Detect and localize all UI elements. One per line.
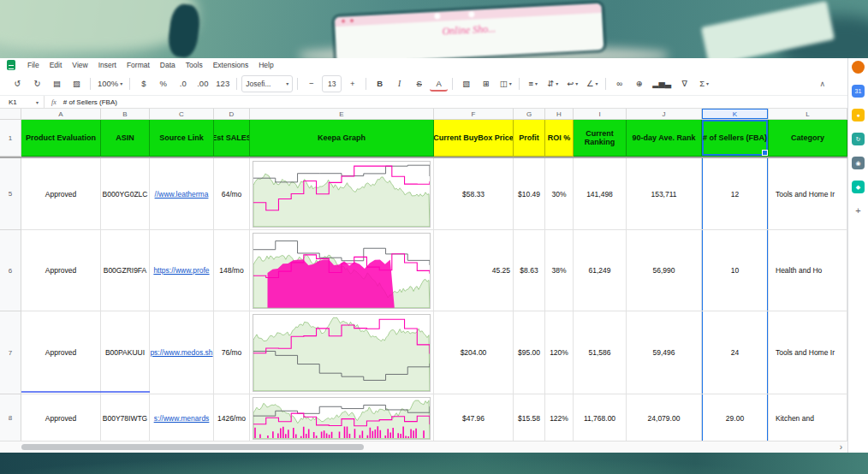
sheets-logo-icon[interactable] xyxy=(7,60,15,70)
decrease-decimal-places-button[interactable]: .0 xyxy=(174,76,192,92)
horizontal-scrollbar[interactable]: › xyxy=(0,441,847,453)
cell-profit[interactable]: $10.49 xyxy=(514,158,545,230)
format-as-currency-button[interactable]: $ xyxy=(134,76,152,92)
cell-est_sales[interactable]: 148/mo xyxy=(214,230,250,311)
column-header-D[interactable]: D xyxy=(214,109,250,120)
collapse-toolbar-button[interactable]: ∧ xyxy=(819,80,825,88)
cell-est_sales[interactable]: 76/mo xyxy=(214,311,250,394)
cell-sellers[interactable]: 12 xyxy=(702,158,769,230)
cell-category[interactable]: Tools and Home Ir xyxy=(769,311,847,394)
cell-source_link[interactable]: https://www.profe xyxy=(150,230,214,311)
contacts-icon[interactable]: ◉ xyxy=(852,157,865,169)
row-header-1[interactable]: 1 xyxy=(0,120,21,157)
cell-current_ranking[interactable]: 61,249 xyxy=(574,230,627,311)
row-header-7[interactable]: 7 xyxy=(0,311,21,394)
column-header-K[interactable]: K xyxy=(702,109,769,120)
column-header-I[interactable]: I xyxy=(574,109,627,120)
keepa-graph-cell[interactable] xyxy=(250,311,434,394)
header-cell-6[interactable]: Profit xyxy=(514,120,545,157)
cell-asin[interactable]: B00GZRI9FA xyxy=(101,230,150,311)
keepa-graph-cell[interactable] xyxy=(250,230,434,311)
cell-current_ranking[interactable]: 11,768.00 xyxy=(574,394,627,441)
create-filter-button[interactable]: ∇ xyxy=(675,76,693,92)
cell-roi[interactable]: 120% xyxy=(545,311,574,394)
header-cell-8[interactable]: Current Ranking xyxy=(574,120,627,157)
keep-icon[interactable]: ● xyxy=(852,109,865,121)
vertical-align-button[interactable]: ⇵▾ xyxy=(544,76,562,92)
cell-est_sales[interactable]: 1426/mo xyxy=(214,394,250,441)
undo-button[interactable]: ↺ xyxy=(9,76,27,92)
text-rotation-button[interactable]: ∠▾ xyxy=(583,76,601,92)
cell-source_link[interactable]: //www.leatherma xyxy=(150,158,214,230)
header-cell-1[interactable]: ASIN xyxy=(101,120,150,157)
cell-asin[interactable]: B000YG0ZLC xyxy=(101,158,150,230)
menu-data[interactable]: Data xyxy=(160,61,175,69)
cell-category[interactable]: Health and Ho xyxy=(769,230,847,311)
cell-avg_rank[interactable]: 153,711 xyxy=(627,158,702,230)
corner-cell[interactable] xyxy=(0,109,21,120)
cell-asin[interactable]: B00Y78IWTG xyxy=(101,394,150,441)
font-select-button[interactable]: Josefi...▾ xyxy=(241,75,293,92)
cell-profit[interactable]: $15.58 xyxy=(514,394,545,441)
header-cell-10[interactable]: # of Sellers (FBA) xyxy=(702,120,769,157)
scroll-right-icon[interactable]: › xyxy=(840,441,842,453)
cell-est_sales[interactable]: 64/mo xyxy=(214,158,250,230)
menu-insert[interactable]: Insert xyxy=(98,61,116,69)
insert-comment-button[interactable]: ⊕ xyxy=(630,76,648,92)
menu-file[interactable]: File xyxy=(27,61,39,69)
text-color-button[interactable]: A xyxy=(430,78,448,92)
avatar[interactable] xyxy=(852,61,865,74)
cell-category[interactable]: Tools and Home Ir xyxy=(769,158,847,230)
header-cell-2[interactable]: Source Link xyxy=(150,120,214,157)
header-cell-4[interactable]: Keepa Graph xyxy=(250,120,434,157)
redo-button[interactable]: ↻ xyxy=(28,76,46,92)
cell-evaluation[interactable]: Approved xyxy=(21,311,101,394)
cell-buybox_price[interactable]: $47.96 xyxy=(434,394,514,441)
increase-font-size-button[interactable]: + xyxy=(343,76,361,92)
header-cell-3[interactable]: Est SALES xyxy=(214,120,250,157)
insert-chart-button[interactable]: ▂▅▃ xyxy=(650,76,674,92)
keepa-graph-cell[interactable] xyxy=(250,158,434,230)
column-header-A[interactable]: A xyxy=(21,109,101,120)
calendar-icon[interactable]: 31 xyxy=(852,85,865,98)
column-header-J[interactable]: J xyxy=(627,109,702,120)
column-header-B[interactable]: B xyxy=(101,109,150,120)
bold-button[interactable]: B xyxy=(371,76,389,92)
add-addon[interactable]: + xyxy=(852,204,865,217)
header-cell-11[interactable]: Category xyxy=(769,120,847,157)
borders-button[interactable]: ⊞ xyxy=(477,76,495,92)
insert-link-button[interactable]: ∞ xyxy=(610,76,628,92)
cell-evaluation[interactable]: Approved xyxy=(21,394,101,441)
column-header-E[interactable]: E xyxy=(250,109,434,120)
column-header-G[interactable]: G xyxy=(514,109,545,120)
increase-decimal-places-button[interactable]: .00 xyxy=(193,76,211,92)
cell-category[interactable]: Kitchen and xyxy=(769,394,847,441)
strikethrough-button[interactable]: S xyxy=(410,76,428,92)
maps-icon[interactable]: ◆ xyxy=(852,181,865,193)
cell-roi[interactable]: 122% xyxy=(545,394,574,441)
cell-roi[interactable]: 30% xyxy=(545,158,574,230)
fill-color-button[interactable]: ▧ xyxy=(457,76,475,92)
header-cell-5[interactable]: Current BuyBox Price xyxy=(434,120,514,157)
merge-cells-button[interactable]: ◫▾ xyxy=(496,76,514,92)
cell-current_ranking[interactable]: 51,586 xyxy=(574,311,627,394)
column-header-L[interactable]: L xyxy=(769,109,847,120)
text-wrapping-button[interactable]: ↩▾ xyxy=(563,76,581,92)
paint-format-button[interactable]: ▨ xyxy=(68,76,86,92)
cell-buybox_price[interactable]: 45.25 xyxy=(434,230,514,311)
row-header-8[interactable]: 8 xyxy=(0,394,21,441)
header-cell-0[interactable]: Product Evaluation xyxy=(21,120,101,157)
row-header-5[interactable]: 5 xyxy=(0,158,21,230)
cell-profit[interactable]: $8.63 xyxy=(514,230,545,311)
cell-evaluation[interactable]: Approved xyxy=(21,158,101,230)
column-header-C[interactable]: C xyxy=(150,109,214,120)
print-button[interactable]: ▤ xyxy=(48,76,66,92)
menu-view[interactable]: View xyxy=(72,61,87,69)
cell-buybox_price[interactable]: $58.33 xyxy=(434,158,514,230)
font-size-input-button[interactable]: 13 xyxy=(322,75,342,92)
cell-avg_rank[interactable]: 24,079.00 xyxy=(627,394,702,441)
cell-avg_rank[interactable]: 59,496 xyxy=(627,311,702,394)
cell-evaluation[interactable]: Approved xyxy=(21,230,101,311)
header-cell-7[interactable]: ROI % xyxy=(545,120,574,157)
formula-input[interactable]: # of Sellers (FBA) xyxy=(63,98,117,106)
